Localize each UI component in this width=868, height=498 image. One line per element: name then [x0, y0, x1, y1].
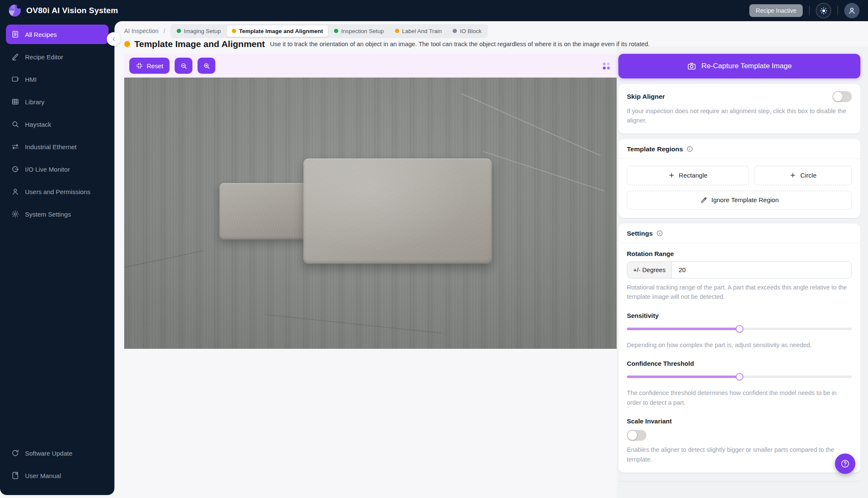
sensitivity-slider[interactable]: [627, 325, 852, 333]
slider-thumb[interactable]: [736, 373, 743, 381]
tab-label-and-train[interactable]: Label And Train: [390, 25, 447, 37]
sidebar-item-label: All Recipes: [25, 31, 57, 38]
tab-inspection-setup[interactable]: Inspection Setup: [329, 25, 389, 37]
help-button[interactable]: [835, 453, 855, 474]
sidebar-item-software-update[interactable]: Software Update: [6, 445, 108, 462]
tab-template-image-and-alignment[interactable]: Template Image and Alignment: [227, 25, 328, 37]
header-divider: [809, 6, 810, 15]
add-circle-region-button[interactable]: Circle: [754, 166, 852, 185]
app-logo-icon: [8, 4, 21, 17]
gear-icon: [11, 210, 19, 218]
sidebar-item-label: Recipe Editor: [25, 53, 63, 61]
rotation-range-unit: +/- Degrees: [627, 262, 672, 278]
confidence-threshold-description: The confidence threshold determines how …: [627, 388, 852, 407]
scale-invariant-toggle[interactable]: [627, 430, 646, 441]
theme-toggle-button[interactable]: [816, 3, 831, 18]
zoom-in-button[interactable]: [198, 58, 215, 74]
person-icon: [848, 6, 856, 15]
rectangle-label: Rectangle: [679, 172, 708, 179]
template-regions-card: Template Regions Rectangle Circle: [618, 139, 860, 218]
book-icon: [11, 471, 19, 480]
skip-aligner-toggle[interactable]: [832, 91, 852, 102]
sidebar-item-recipe-editor[interactable]: Recipe Editor: [6, 48, 108, 65]
status-badge: Recipe Inactive: [749, 4, 803, 17]
confidence-threshold-label: Confidence Threshold: [627, 360, 852, 367]
info-icon[interactable]: [656, 230, 663, 237]
template-image-canvas[interactable]: [124, 78, 617, 349]
confidence-threshold-slider[interactable]: [627, 373, 852, 381]
circle-label: Circle: [800, 172, 816, 179]
scale-invariant-description: Enables the aligner to detect slightly b…: [627, 445, 852, 464]
sidebar-item-label: Industrial Ethernet: [25, 143, 77, 150]
sun-icon: [820, 7, 828, 15]
top-bar: OV80i AI Vision System Recipe Inactive: [0, 0, 868, 21]
reset-view-button[interactable]: Reset: [129, 58, 170, 74]
settings-title: Settings: [627, 230, 653, 237]
sidebar-item-system-settings[interactable]: System Settings: [6, 206, 108, 223]
status-dot: [334, 29, 338, 33]
add-rectangle-region-button[interactable]: Rectangle: [627, 166, 748, 185]
scratch-mark: [483, 151, 604, 191]
scratch-mark: [124, 250, 204, 270]
tab-label: IO Block: [460, 28, 481, 34]
search-icon: [11, 120, 19, 128]
sidebar-item-label: HMI: [25, 76, 37, 83]
sidebar-item-hmi[interactable]: HMI: [6, 71, 108, 88]
sidebar-collapse-button[interactable]: [107, 32, 120, 46]
ignore-template-region-button[interactable]: Ignore Template Region: [627, 191, 852, 209]
rotation-range-input-group: +/- Degrees: [627, 262, 852, 278]
reset-label: Reset: [147, 62, 163, 70]
sidebar-item-label: User Manual: [25, 472, 61, 479]
sidebar-item-haystack[interactable]: Haystack: [6, 116, 108, 133]
ignore-template-region-label: Ignore Template Region: [712, 196, 779, 203]
breadcrumb-root[interactable]: AI Inspection: [124, 28, 159, 34]
scratch-mark: [264, 314, 442, 333]
breadcrumb: AI Inspection / Imaging Setup Template I…: [124, 24, 488, 38]
step-tabs: Imaging Setup Template Image and Alignme…: [170, 24, 488, 38]
sidebar-item-label: Users and Permissions: [25, 188, 90, 195]
table-icon: [11, 97, 19, 106]
zoom-out-button[interactable]: [175, 58, 192, 74]
sidebar: All Recipes Recipe Editor HMI Library Ha…: [0, 21, 114, 495]
zoom-in-icon: [203, 62, 211, 70]
rotation-range-input[interactable]: [672, 262, 851, 278]
slider-fill: [627, 328, 740, 330]
sidebar-item-all-recipes[interactable]: All Recipes: [6, 25, 108, 44]
tab-io-block[interactable]: IO Block: [448, 25, 487, 37]
pencil-icon: [11, 53, 19, 61]
sidebar-item-library[interactable]: Library: [6, 93, 108, 110]
fit-view-icon: [136, 62, 143, 70]
io-monitor-icon: [11, 165, 19, 173]
info-icon[interactable]: [686, 145, 693, 153]
rotation-range-label: Rotation Range: [627, 250, 852, 257]
rotation-range-description: Rotational tracking range of the part. A…: [627, 283, 852, 302]
metal-part-body: [303, 159, 492, 264]
chevron-left-icon: [111, 36, 117, 42]
highlighter-pen-icon: [700, 196, 708, 204]
user-avatar[interactable]: [844, 3, 860, 18]
tab-imaging-setup[interactable]: Imaging Setup: [172, 25, 226, 37]
tab-label: Template Image and Alignment: [239, 28, 323, 34]
sidebar-item-io-live-monitor[interactable]: I/O Live Monitor: [6, 161, 108, 178]
recipes-icon: [11, 30, 19, 39]
plus-icon: [668, 172, 675, 179]
grid-dots-icon: [601, 60, 612, 71]
skip-aligner-card: Skip Aligner If your inspection does not…: [618, 84, 860, 134]
sidebar-item-users-and-permissions[interactable]: Users and Permissions: [6, 183, 108, 200]
sensitivity-description: Depending on how complex the part is, ad…: [627, 340, 852, 350]
main-content: AI Inspection / Imaging Setup Template I…: [114, 21, 868, 498]
header-divider: [837, 6, 838, 15]
image-toolbar: Reset: [124, 54, 617, 78]
recapture-template-image-button[interactable]: Re-Capture Template Image: [618, 54, 860, 78]
breadcrumb-separator: /: [164, 28, 165, 34]
question-icon: [840, 459, 850, 469]
template-regions-title: Template Regions: [627, 145, 683, 153]
sidebar-item-user-manual[interactable]: User Manual: [6, 467, 108, 484]
slider-thumb[interactable]: [736, 325, 743, 333]
status-dot: [453, 29, 457, 33]
tab-label: Imaging Setup: [184, 28, 221, 34]
plus-icon: [789, 172, 796, 179]
sidebar-item-industrial-ethernet[interactable]: Industrial Ethernet: [6, 138, 108, 155]
settings-card: Settings Rotation Range +/- Degrees Rota…: [618, 223, 860, 473]
refresh-icon: [11, 449, 19, 457]
